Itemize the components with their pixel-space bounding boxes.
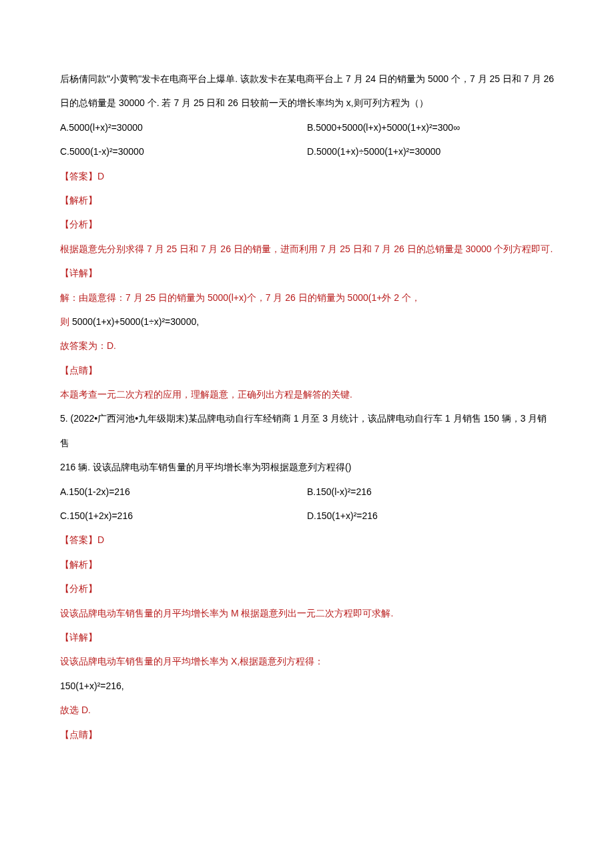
q5-fenxi-text: 设该品牌电动车销售量的月平均增长率为 M 根据题意列出一元二次方程即可求解.	[60, 601, 554, 625]
q5-xiangjie-label: 【详解】	[60, 625, 554, 649]
q4-fenxi-label: 【分析】	[60, 212, 554, 236]
q5-option-d: D.150(1+x)²=216	[307, 504, 554, 528]
q4-stem-line1: 后杨倩同款"小黄鸭''发卡在电商平台上爆单. 该款发卡在某电商平台上 7 月 2…	[60, 67, 554, 91]
q4-xiangjie-line2-prefix: 则	[60, 316, 69, 327]
q4-option-d: D.5000(1+x)÷5000(1+x)²=30000	[307, 139, 554, 163]
document-page: 后杨倩同款"小黄鸭''发卡在电商平台上爆单. 该款发卡在某电商平台上 7 月 2…	[0, 0, 614, 868]
q4-option-c: C.5000(1-x)²=30000	[60, 139, 307, 163]
q4-stem-line2: 日的总销量是 30000 个. 若 7 月 25 日和 26 日较前一天的增长率…	[60, 91, 554, 115]
q5-answer: 【答案】D	[60, 528, 554, 552]
q4-dianjing-text: 本题考查一元二次方程的应用，理解题意，正确列出方程是解答的关键.	[60, 382, 554, 406]
q4-xiangjie-label: 【详解】	[60, 261, 554, 285]
q5-option-a: A.150(1-2x)=216	[60, 480, 307, 504]
q5-stem-line1: 5. (2022•广西河池•九年级期末)某品牌电动自行车经销商 1 月至 3 月…	[60, 406, 554, 455]
q4-xiangjie-line1: 解：由题意得：7 月 25 日的销量为 5000(l+x)个，7 月 26 日的…	[60, 286, 554, 310]
q5-option-c: C.150(1+2x)=216	[60, 504, 307, 528]
q4-xiangjie-line2-formula: 5000(1+x)+5000(1÷x)²=30000,	[72, 316, 199, 327]
q4-option-a: A.5000(l+x)²=30000	[60, 115, 307, 139]
q5-xiangjie-line1: 设该品牌电动车销售量的月平均增长率为 X,根据题意列方程得：	[60, 649, 554, 673]
q4-jiexi-label: 【解析】	[60, 188, 554, 212]
q5-option-b: B.150(l-x)²=216	[307, 480, 554, 504]
q4-options: A.5000(l+x)²=30000 B.5000+5000(l+x)+5000…	[60, 115, 554, 164]
q5-stem-line2: 216 辆. 设该品牌电动车销售量的月平均增长率为羽根据题意列方程得()	[60, 455, 554, 479]
q5-xiangjie-line2: 150(1+x)²=216,	[60, 674, 554, 698]
q4-dianjing-label: 【点睛】	[60, 358, 554, 382]
q5-xiangjie-line3: 故选 D.	[60, 698, 554, 722]
q4-answer: 【答案】D	[60, 164, 554, 188]
q5-dianjing-label: 【点睛】	[60, 723, 554, 747]
q5-jiexi-label: 【解析】	[60, 552, 554, 576]
q4-xiangjie-line3: 故答案为：D.	[60, 334, 554, 358]
q5-options: A.150(1-2x)=216 B.150(l-x)²=216 C.150(1+…	[60, 480, 554, 528]
q4-xiangjie-line2: 则 5000(1+x)+5000(1÷x)²=30000,	[60, 310, 554, 334]
q4-fenxi-text: 根据题意先分别求得 7 月 25 日和 7 月 26 日的销量，进而利用 7 月…	[60, 237, 554, 261]
q5-fenxi-label: 【分析】	[60, 576, 554, 600]
q4-option-b: B.5000+5000(l+x)+5000(1+x)²=300∞	[307, 115, 554, 139]
